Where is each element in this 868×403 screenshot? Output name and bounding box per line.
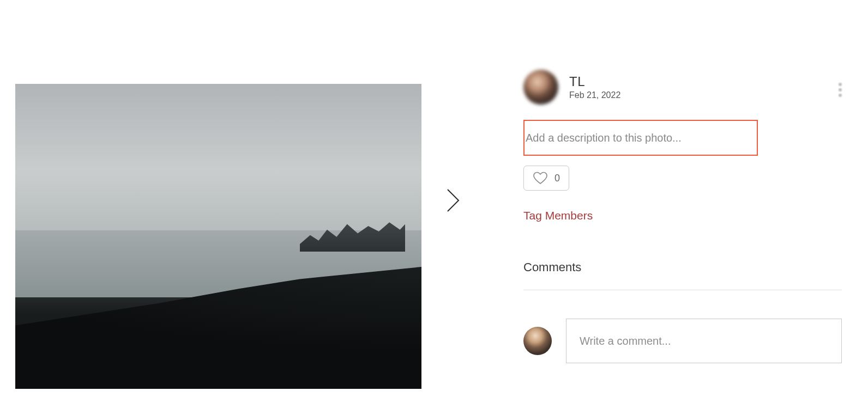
heart-icon bbox=[533, 172, 548, 185]
like-count: 0 bbox=[554, 173, 560, 184]
svg-point-1 bbox=[839, 88, 842, 91]
current-user-avatar[interactable] bbox=[523, 327, 552, 355]
comment-input[interactable] bbox=[580, 335, 828, 347]
tag-members-link[interactable]: Tag Members bbox=[523, 209, 593, 222]
comments-section: Comments bbox=[523, 260, 842, 363]
svg-point-2 bbox=[839, 94, 842, 97]
comment-input-wrap[interactable] bbox=[566, 319, 842, 363]
photo-detail-view: TL Feb 21, 2022 0 Tag Members Comments bbox=[0, 0, 868, 403]
main-photo[interactable] bbox=[15, 84, 421, 389]
comments-heading: Comments bbox=[523, 260, 842, 290]
detail-pane: TL Feb 21, 2022 0 Tag Members Comments bbox=[423, 0, 868, 403]
more-vertical-icon bbox=[839, 83, 842, 97]
description-field[interactable] bbox=[523, 120, 758, 156]
author-name[interactable]: TL bbox=[569, 74, 620, 89]
author-meta: TL Feb 21, 2022 bbox=[569, 74, 620, 100]
photo-pane bbox=[0, 0, 423, 403]
like-button[interactable]: 0 bbox=[523, 166, 569, 191]
more-options-button[interactable] bbox=[839, 83, 842, 99]
comment-composer bbox=[523, 319, 842, 363]
author-avatar[interactable] bbox=[523, 70, 558, 105]
photo-region-sky bbox=[15, 84, 421, 230]
post-date: Feb 21, 2022 bbox=[569, 90, 620, 100]
description-input[interactable] bbox=[526, 132, 756, 144]
post-header: TL Feb 21, 2022 bbox=[523, 70, 842, 105]
svg-point-0 bbox=[839, 83, 842, 86]
